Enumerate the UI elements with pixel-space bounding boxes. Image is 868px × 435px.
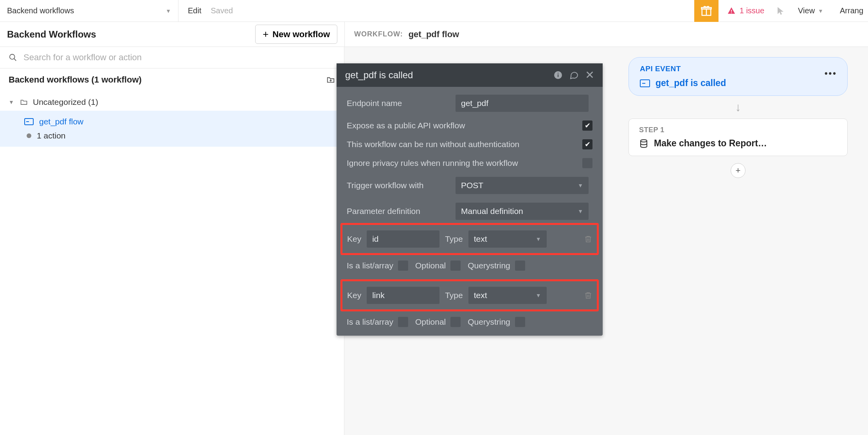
param-key-input[interactable] (367, 287, 439, 304)
svg-line-6 (14, 59, 16, 61)
new-workflow-label: New workflow (272, 29, 330, 40)
chevron-down-icon: ▼ (166, 8, 171, 14)
page-selector-label: Backend workflows (7, 6, 74, 15)
chevron-down-icon: ▼ (818, 8, 823, 14)
svg-rect-4 (731, 12, 732, 13)
workflow-icon (640, 79, 650, 87)
add-folder-icon[interactable] (326, 75, 335, 84)
querystring-checkbox[interactable] (515, 261, 525, 271)
arrange-label: Arrang (840, 6, 863, 15)
search-input[interactable] (23, 52, 335, 63)
step-title: Make changes to Report… (654, 138, 767, 149)
arrange-menu[interactable]: Arrang (833, 6, 868, 15)
paramdef-row: Parameter definition Manual definition ▼ (347, 203, 592, 220)
folder-label: Uncategorized (1) (33, 97, 98, 107)
svg-rect-2 (701, 7, 711, 9)
svg-rect-12 (558, 73, 558, 74)
optional-checkbox[interactable] (450, 261, 461, 271)
paramdef-label: Parameter definition (347, 207, 448, 216)
param-flags-row-link: Is a list/array Optional Querystring (337, 311, 603, 329)
dialog-header: get_pdf is called (337, 63, 603, 87)
endpoint-name-label: Endpoint name (347, 99, 448, 108)
sidebar: Backend workflows (1 workflow) ▼ Uncateg… (0, 47, 344, 435)
param-row-link: Key Type text ▼ (340, 279, 599, 311)
add-step-button[interactable]: + (731, 163, 746, 178)
param-key-label: Key (347, 291, 361, 300)
no-auth-label: This workflow can be run without authent… (347, 140, 519, 149)
database-icon (639, 139, 648, 148)
expose-public-label: Expose as a public API workflow (347, 121, 465, 130)
param-type-value: text (474, 291, 487, 300)
api-event-title: get_pdf is called (656, 78, 726, 88)
section-title: Backend workflows (1 workflow) (9, 75, 142, 85)
more-icon[interactable]: ••• (825, 68, 837, 79)
optional-label: Optional (415, 261, 446, 270)
svg-point-5 (10, 54, 15, 59)
chevron-down-icon: ▼ (536, 292, 541, 298)
querystring-label: Querystring (468, 317, 510, 327)
step-1-card[interactable]: STEP 1 Make changes to Report… (628, 119, 848, 156)
paramdef-select[interactable]: Manual definition ▼ (456, 203, 589, 220)
workflow-item-label: get_pdf flow (39, 117, 83, 126)
is-list-label: Is a list/array (347, 261, 393, 270)
api-event-node[interactable]: API EVENT get_pdf is called ••• (628, 57, 848, 96)
edit-mode-label[interactable]: Edit (188, 6, 201, 15)
ignore-privacy-checkbox[interactable] (582, 158, 592, 168)
svg-rect-3 (731, 10, 732, 12)
optional-label: Optional (415, 317, 446, 327)
api-event-label: API EVENT (640, 65, 836, 73)
is-list-label: Is a list/array (347, 317, 393, 327)
gift-icon[interactable] (694, 0, 719, 22)
search-bar (0, 47, 344, 68)
param-key-input[interactable] (367, 230, 439, 248)
endpoint-name-input[interactable] (456, 95, 589, 112)
chevron-down-icon: ▼ (578, 182, 583, 189)
is-list-checkbox[interactable] (398, 317, 408, 327)
search-icon (9, 53, 17, 62)
event-dialog: get_pdf is called Endpoint name Expose a… (337, 63, 603, 336)
folder-uncategorized[interactable]: ▼ Uncategorized (1) (0, 93, 344, 111)
no-auth-row: This workflow can be run without authent… (347, 139, 592, 149)
svg-point-9 (641, 140, 647, 142)
close-icon[interactable] (585, 70, 594, 80)
action-count-item[interactable]: 1 action (24, 129, 344, 143)
param-flags-row-id: Is a list/array Optional Querystring (337, 255, 603, 272)
endpoint-name-row: Endpoint name (347, 95, 592, 112)
info-icon[interactable] (553, 70, 563, 80)
warning-icon (727, 7, 736, 15)
chevron-down-icon: ▼ (578, 208, 583, 214)
page-selector[interactable]: Backend workflows ▼ (0, 0, 178, 22)
view-label: View (798, 6, 815, 15)
trigger-label: Trigger workflow with (347, 181, 448, 190)
view-menu[interactable]: View ▼ (789, 6, 833, 15)
querystring-checkbox[interactable] (515, 317, 525, 327)
ignore-privacy-row: Ignore privacy rules when running the wo… (347, 158, 592, 168)
expose-public-checkbox[interactable]: ✔ (582, 120, 592, 131)
trigger-row: Trigger workflow with POST ▼ (347, 177, 592, 194)
no-auth-checkbox[interactable]: ✔ (582, 139, 592, 149)
comment-icon[interactable] (569, 70, 579, 80)
trash-icon[interactable] (584, 291, 592, 300)
toolbar: Backend Workflows + New workflow WORKFLO… (0, 22, 868, 47)
trigger-select[interactable]: POST ▼ (456, 177, 589, 194)
optional-checkbox[interactable] (450, 317, 461, 327)
arrow-down-icon: ↓ (628, 96, 848, 119)
folder-icon (20, 98, 28, 106)
workflow-item-get-pdf[interactable]: get_pdf flow (24, 115, 344, 129)
cursor-icon[interactable] (773, 6, 789, 16)
param-type-select[interactable]: text ▼ (468, 230, 547, 248)
param-type-label: Type (445, 291, 463, 300)
workflow-header-label: WORKFLOW: (354, 30, 403, 38)
trash-icon[interactable] (584, 235, 592, 243)
param-type-label: Type (445, 234, 463, 244)
plus-icon: + (263, 28, 268, 40)
querystring-label: Querystring (468, 261, 510, 270)
issues-text: 1 issue (740, 6, 764, 15)
backend-workflows-section: Backend workflows (1 workflow) (0, 68, 344, 91)
issues-indicator[interactable]: 1 issue (719, 6, 773, 15)
new-workflow-button[interactable]: + New workflow (255, 25, 337, 44)
param-type-value: text (474, 234, 487, 244)
is-list-checkbox[interactable] (398, 261, 408, 271)
page-title: Backend Workflows (7, 29, 96, 40)
param-type-select[interactable]: text ▼ (468, 287, 547, 304)
